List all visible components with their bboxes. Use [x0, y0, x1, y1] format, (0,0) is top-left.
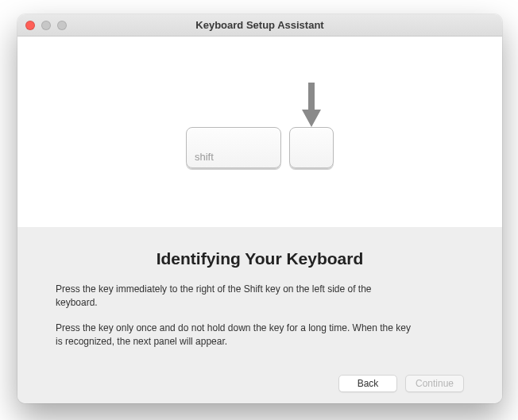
continue-button: Continue: [405, 375, 464, 392]
content-area: Identifying Your Keyboard Press the key …: [17, 227, 502, 403]
instruction-paragraph-2: Press the key only once and do not hold …: [56, 322, 413, 349]
shift-key-label: shift: [195, 151, 214, 163]
close-icon[interactable]: [25, 21, 35, 30]
target-key-graphic: [289, 127, 334, 168]
illustration-area: shift: [17, 37, 502, 227]
instruction-paragraph-1: Press the key immediately to the right o…: [56, 283, 413, 310]
traffic-lights: [17, 21, 67, 30]
page-heading: Identifying Your Keyboard: [56, 249, 464, 268]
minimize-icon: [41, 21, 51, 30]
window-frame: Keyboard Setup Assistant shift Identifyi…: [17, 14, 502, 403]
shift-key-graphic: shift: [186, 127, 281, 168]
zoom-icon: [57, 21, 67, 30]
window-title: Keyboard Setup Assistant: [17, 19, 502, 31]
titlebar: Keyboard Setup Assistant: [17, 14, 502, 37]
back-button[interactable]: Back: [338, 375, 397, 392]
key-illustration: shift: [186, 127, 334, 168]
arrow-down-icon: [300, 83, 323, 132]
footer-buttons: Back Continue: [56, 367, 464, 392]
